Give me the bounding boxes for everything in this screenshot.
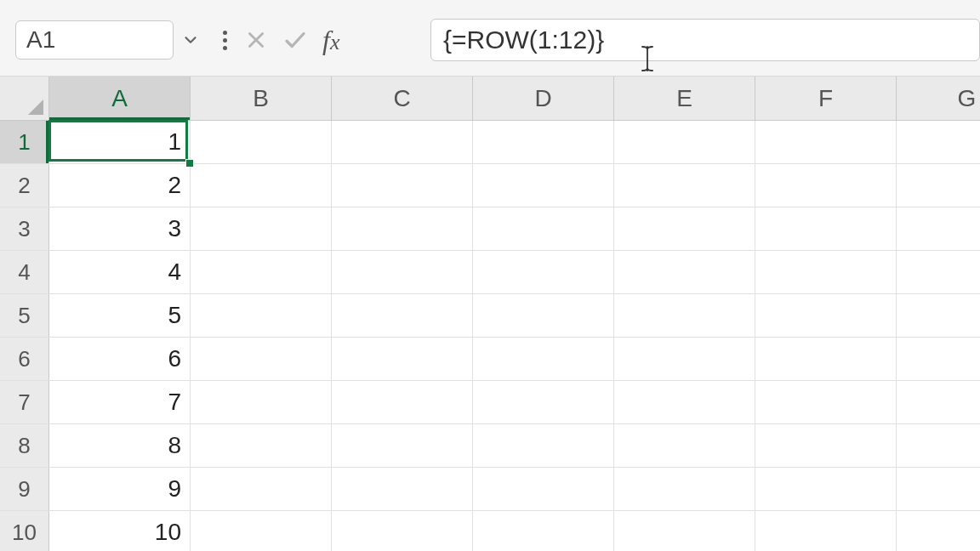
cell[interactable] [755,338,897,380]
cell[interactable] [614,424,755,467]
cell[interactable] [473,468,614,510]
cell[interactable] [473,164,614,207]
cell[interactable] [191,251,332,293]
column-header[interactable]: C [332,77,473,120]
formula-bar-handle[interactable] [219,31,231,50]
cell[interactable] [614,121,755,163]
cell[interactable]: 4 [49,251,191,293]
cell[interactable] [614,294,755,337]
cell[interactable] [332,468,473,510]
column-header[interactable]: F [755,77,897,120]
cell[interactable] [755,121,897,163]
cell[interactable] [332,207,473,250]
cell[interactable] [332,381,473,423]
cell[interactable] [897,164,980,207]
cell[interactable] [332,294,473,337]
cell[interactable] [473,251,614,293]
cell[interactable] [332,424,473,467]
row-header[interactable]: 3 [0,207,49,250]
cell[interactable] [897,251,980,293]
formula-input[interactable]: {=ROW(1:12)} [430,19,980,61]
cell[interactable] [755,381,897,423]
cell[interactable]: 7 [49,381,191,423]
cell[interactable]: 8 [49,424,191,467]
row-header[interactable]: 8 [0,424,49,467]
column-header-row: ABCDEFG [0,77,980,121]
enter-button[interactable] [282,26,309,54]
cell[interactable] [897,468,980,510]
cell[interactable] [473,424,614,467]
cell[interactable] [897,207,980,250]
cell[interactable] [614,251,755,293]
cell[interactable] [332,164,473,207]
worksheet[interactable]: ABCDEFG 1122334455667788991010 [0,77,980,551]
column-header[interactable]: G [897,77,980,120]
cell[interactable] [755,207,897,250]
fill-handle[interactable] [185,159,194,168]
cell[interactable] [191,164,332,207]
cell[interactable] [191,468,332,510]
cell[interactable] [755,511,897,551]
cell[interactable] [332,511,473,551]
cell[interactable] [332,338,473,380]
cell[interactable] [755,164,897,207]
cell[interactable] [614,338,755,380]
cell[interactable] [755,468,897,510]
cell[interactable] [473,338,614,380]
cell[interactable] [473,121,614,163]
cell[interactable] [191,294,332,337]
row-header[interactable]: 6 [0,338,49,380]
cell[interactable] [614,381,755,423]
column-header[interactable]: D [473,77,614,120]
cell[interactable] [191,511,332,551]
row-header[interactable]: 5 [0,294,49,337]
cell[interactable] [191,207,332,250]
cell[interactable]: 6 [49,338,191,380]
table-row: 55 [0,294,980,338]
column-header[interactable]: B [191,77,332,120]
cell[interactable] [473,381,614,423]
row-header[interactable]: 1 [0,121,49,163]
cell[interactable] [473,294,614,337]
cell[interactable]: 3 [49,207,191,250]
cell[interactable] [473,207,614,250]
cell[interactable]: 1 [49,121,191,163]
row-header[interactable]: 10 [0,511,49,551]
column-header[interactable]: A [49,77,191,120]
cell[interactable] [897,121,980,163]
insert-function-button[interactable]: fx [321,25,345,56]
cancel-button[interactable] [242,26,270,54]
cell[interactable] [191,381,332,423]
row-header[interactable]: 7 [0,381,49,423]
cell[interactable] [897,424,980,467]
name-box-dropdown[interactable] [174,20,208,60]
cell[interactable] [755,294,897,337]
cell[interactable] [755,424,897,467]
cell[interactable] [897,338,980,380]
cell[interactable] [614,164,755,207]
cell[interactable]: 2 [49,164,191,207]
select-all-corner[interactable] [0,77,49,120]
cell[interactable] [614,207,755,250]
column-header[interactable]: E [614,77,755,120]
cell[interactable] [332,121,473,163]
row-header[interactable]: 9 [0,468,49,510]
cell[interactable] [191,338,332,380]
cell[interactable] [473,511,614,551]
cell[interactable] [191,424,332,467]
cell[interactable] [191,121,332,163]
close-icon [245,29,267,51]
cell[interactable] [332,251,473,293]
cell[interactable] [755,251,897,293]
cell[interactable] [897,381,980,423]
cell[interactable] [614,511,755,551]
cell[interactable] [897,511,980,551]
cell[interactable] [897,294,980,337]
cell[interactable]: 5 [49,294,191,337]
row-header[interactable]: 4 [0,251,49,293]
name-box[interactable]: A1 [15,20,174,60]
cell[interactable] [614,468,755,510]
cell[interactable]: 9 [49,468,191,510]
cell[interactable]: 10 [49,511,191,551]
row-header[interactable]: 2 [0,164,49,207]
